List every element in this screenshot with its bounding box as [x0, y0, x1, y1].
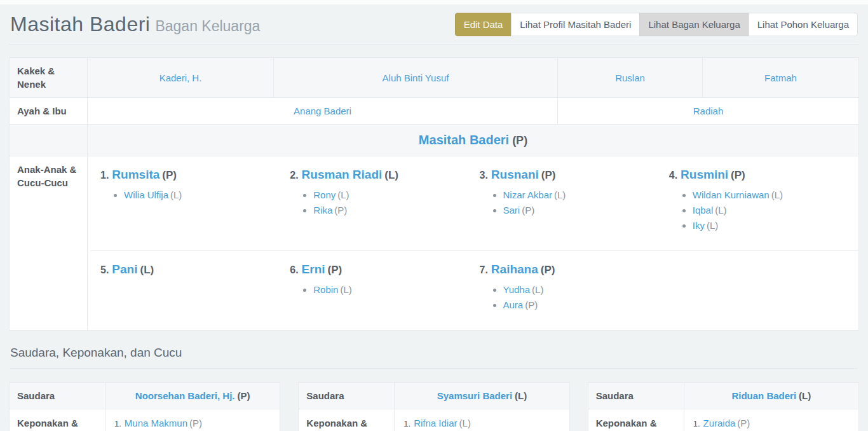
grandfather-paternal-cell: Kaderi, H. [87, 57, 273, 97]
parents-row: Ayah & Ibu Anang Baderi Radiah [9, 97, 859, 124]
grandparents-label: Kakek & Nenek [9, 57, 87, 97]
sibling-name-link[interactable]: Syamsuri Baderi [437, 390, 512, 401]
child-gender: (L) [140, 264, 154, 276]
child-name-link[interactable]: Pani [112, 263, 137, 276]
view-family-chart-button[interactable]: Lihat Bagan Keluarga [639, 13, 749, 36]
grandfather-maternal-link[interactable]: Ruslan [615, 72, 645, 83]
family-chart-table: Kakek & Nenek Kaderi, H. Aluh Binti Yusu… [9, 57, 859, 331]
grandchild-link[interactable]: Yudha [503, 284, 531, 295]
child-name-link[interactable]: Rusmini [681, 168, 728, 181]
sibling-name-cell: Syamsuri Baderi(L) [394, 382, 569, 409]
nephews-row: Keponakan & Cucu-Cucu 1.Zuraida(P) Andik… [588, 409, 859, 431]
grandchild-gender: (L) [532, 284, 543, 295]
child-entry: 4.Rusmini(P) Wildan Kurniawan(L) Iqbal(L… [669, 167, 858, 244]
child-number: 2. [290, 170, 298, 181]
top-strip [0, 0, 868, 4]
child-name-link[interactable]: Raihana [491, 263, 538, 276]
sibling-row: Saudara Noorsehan Baderi, Hj.(P) [9, 382, 280, 409]
grandchild-link[interactable]: Nizar Akbar [503, 189, 553, 200]
sibling-name-cell: Noorsehan Baderi, Hj.(P) [105, 382, 280, 409]
child-entry: 6.Erni(P) Robin(L) [290, 262, 479, 324]
sibling-card: Saudara Riduan Baderi(L) Keponakan & Cuc… [588, 382, 859, 431]
grandchild-item: Wildan Kurniawan(L) [693, 189, 858, 200]
sibling-name-link[interactable]: Riduan Baderi [731, 390, 796, 401]
sibling-card: Saudara Syamsuri Baderi(L) Keponakan & C… [298, 382, 569, 431]
nephew-item: 1.Zuraida(P) Andika Nugraha Rahman(L) [693, 418, 851, 431]
children-grid-row-2: 5.Pani(L) 6.Erni(P) Robin(L) 7.Raihana(P… [90, 250, 858, 330]
child-name-link[interactable]: Rusnani [491, 168, 539, 181]
person-title: Masitah Baderi [10, 13, 150, 36]
sibling-row: Saudara Syamsuri Baderi(L) [298, 382, 569, 409]
grandchild-gender: (L) [715, 205, 726, 216]
nephews-cell: 1.Rifna Idiar(L) Sari Mardiah(P) [394, 409, 569, 431]
grandmother-paternal-link[interactable]: Aluh Binti Yusuf [383, 72, 449, 83]
grandchild-gender: (P) [522, 205, 534, 216]
sibling-row: Saudara Riduan Baderi(L) [588, 382, 859, 409]
child-gender: (P) [541, 264, 555, 276]
father-cell: Anang Baderi [87, 97, 557, 124]
view-profile-button[interactable]: Lihat Profil Masitah Baderi [511, 13, 640, 36]
grandchild-link[interactable]: Robin [313, 284, 338, 295]
nephew-link[interactable]: Muna Makmun [125, 418, 187, 428]
page-subtitle: Bagan Keluarga [155, 18, 260, 34]
grandchild-item: Iqbal(L) [693, 205, 858, 216]
grandmother-maternal-link[interactable]: Fatmah [764, 72, 797, 83]
grandchild-link[interactable]: Wilia Ulfija [124, 189, 168, 200]
grandchild-link[interactable]: Rika [313, 205, 332, 216]
grandchild-link[interactable]: Rony [313, 189, 336, 200]
child-name-link[interactable]: Erni [302, 263, 325, 276]
sibling-name-link[interactable]: Noorsehan Baderi, Hj. [135, 390, 235, 401]
child-number: 4. [669, 170, 677, 181]
grandchild-item: Rony(L) [313, 189, 479, 200]
child-number: 5. [100, 264, 109, 275]
person-row: Masitah Baderi(P) [9, 124, 859, 156]
children-cell: 1.Rumsita(P) Wilia Ulfija(L) 2.Rusman Ri… [87, 156, 859, 331]
nephews-label: Keponakan & Cucu-Cucu [588, 409, 684, 431]
father-link[interactable]: Anang Baderi [294, 106, 351, 116]
grandchild-item: Yudha(L) [503, 284, 669, 295]
page-container: Masitah BaderiBagan Keluarga Edit Data L… [0, 4, 868, 431]
child-gender: (P) [328, 264, 342, 276]
grandchild-link[interactable]: Aura [503, 299, 524, 310]
nephew-link[interactable]: Zuraida [703, 418, 736, 428]
child-gender: (L) [384, 169, 398, 181]
grandchild-link[interactable]: Sari [503, 205, 520, 216]
sibling-card: Saudara Noorsehan Baderi, Hj.(P) Keponak… [9, 382, 280, 431]
parents-label: Ayah & Ibu [9, 97, 87, 124]
children-grid-row-1: 1.Rumsita(P) Wilia Ulfija(L) 2.Rusman Ri… [88, 156, 858, 250]
child-name-link[interactable]: Rumsita [112, 168, 159, 181]
grandchild-link[interactable]: Iqbal [693, 205, 714, 216]
person-cell: Masitah Baderi(P) [87, 124, 859, 156]
grandchild-link[interactable]: Iky [693, 220, 705, 231]
sibling-label: Saudara [9, 382, 105, 409]
grandmother-paternal-cell: Aluh Binti Yusuf [273, 57, 557, 97]
grandfather-paternal-link[interactable]: Kaderi, H. [159, 72, 202, 83]
sibling-gender: (L) [799, 390, 811, 401]
grandchild-gender: (P) [334, 205, 347, 216]
grandchild-item: Nizar Akbar(L) [503, 189, 669, 200]
grandchild-link[interactable]: Wildan Kurniawan [693, 189, 770, 200]
sibling-label: Saudara [588, 382, 684, 409]
view-family-tree-button[interactable]: Lihat Pohon Keluarga [749, 13, 858, 36]
child-entry: 7.Raihana(P) Yudha(L) Aura(P) [480, 262, 669, 324]
child-entry-empty [669, 262, 858, 324]
page-title: Masitah BaderiBagan Keluarga [10, 13, 260, 36]
person-name-link[interactable]: Masitah Baderi [419, 133, 509, 147]
edit-data-button[interactable]: Edit Data [455, 13, 512, 36]
siblings-section-title: Saudara, Keponakan, dan Cucu [10, 346, 858, 369]
nephews-row: Keponakan & Cucu-Cucu 1.Rifna Idiar(L) S… [298, 409, 569, 431]
grandfather-maternal-cell: Ruslan [557, 57, 702, 97]
person-gender: (P) [512, 134, 527, 147]
child-name-link[interactable]: Rusman Riadi [302, 168, 383, 181]
nephew-link[interactable]: Rifna Idiar [414, 418, 457, 428]
grandmother-maternal-cell: Fatmah [702, 57, 859, 97]
mother-link[interactable]: Radiah [693, 106, 724, 116]
nephews-cell: 1.Muna Makmun(P) Nafies Luthfi(L) [105, 409, 280, 431]
nephews-label: Keponakan & Cucu-Cucu [9, 409, 105, 431]
child-number: 7. [480, 264, 488, 275]
child-number: 6. [290, 264, 298, 275]
grandchild-gender: (L) [707, 220, 718, 231]
sibling-label: Saudara [298, 382, 394, 409]
grandchild-gender: (L) [170, 189, 182, 200]
grandchild-item: Iky(L) [693, 220, 858, 231]
